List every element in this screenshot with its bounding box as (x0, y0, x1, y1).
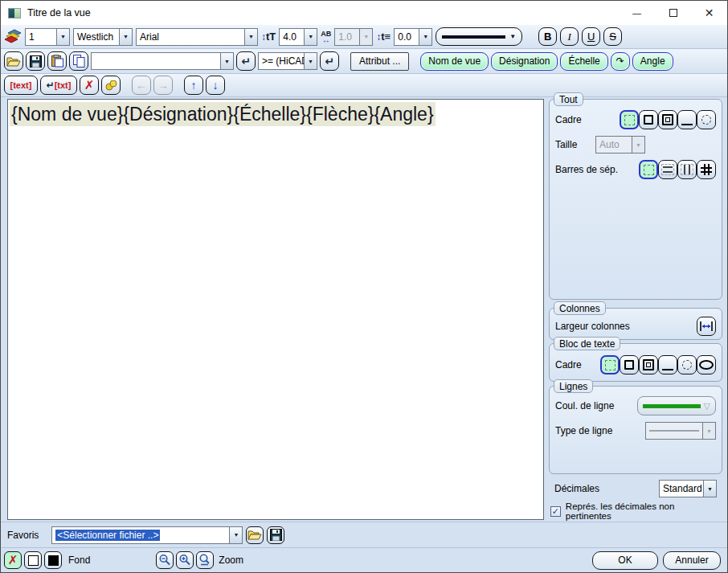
bloc-cadre-ellipse-button[interactable] (697, 355, 716, 374)
layer-select[interactable]: 1 ▼ (25, 28, 70, 46)
apply-condition-button[interactable]: ↵ (320, 51, 339, 71)
textblock-toolbar: [text] ↵[txt] ✗ ← → ↑ ↓ (1, 74, 727, 97)
bloc-cadre-circle-button[interactable] (677, 355, 697, 374)
save-button[interactable] (26, 51, 45, 71)
font-size-select[interactable]: 4.0 ▼ (279, 28, 317, 46)
favoris-select[interactable]: <Sélectionner fichier ..> ▼ (51, 526, 243, 544)
open-button[interactable] (4, 51, 23, 71)
chevron-down-icon: ▽ (704, 401, 710, 411)
dashed-circle-icon (682, 360, 692, 370)
chevron-down-icon: ▼ (229, 527, 242, 543)
favoris-row: Favoris <Sélectionner fichier ..> ▼ (1, 522, 727, 547)
text-block-button[interactable]: [text] (4, 76, 38, 95)
apply-attribute-button[interactable]: ↵ (236, 51, 256, 71)
editor-content[interactable]: {Nom de vue}{Désignation}{Échelle}{Flèch… (10, 102, 436, 126)
favoris-label: Favoris (7, 530, 39, 541)
echelle-button[interactable]: Échelle (560, 52, 607, 71)
ok-button[interactable]: OK (592, 551, 658, 570)
nom-de-vue-button[interactable]: Nom de vue (420, 52, 489, 71)
attribut-button[interactable]: Attribut ... (350, 52, 409, 71)
color-balls-button[interactable] (101, 76, 121, 95)
fond-black-button[interactable] (44, 551, 62, 569)
zoom-out-button[interactable] (156, 551, 174, 569)
tout-cadre-none-button[interactable] (620, 110, 639, 129)
bold-button[interactable]: B (538, 27, 557, 46)
group-tout-title: Tout (554, 92, 583, 106)
attribute-filter-select[interactable]: ▼ (91, 52, 234, 70)
tout-cadre-underline-button[interactable] (677, 110, 697, 129)
line-style-select[interactable]: ▼ (436, 27, 522, 46)
main-area: {Nom de vue}{Désignation}{Échelle}{Flèch… (1, 97, 727, 522)
floppy-icon (270, 529, 282, 541)
tout-cadre-double-box-button[interactable] (658, 110, 677, 129)
angle-button[interactable]: Angle (632, 52, 673, 71)
italic-button[interactable]: I (560, 27, 579, 46)
options-panel: Tout Cadre Taille Auto ▼ (549, 97, 722, 522)
line-spacing-select[interactable]: 0.0 ▼ (394, 28, 432, 46)
fond-white-button[interactable] (24, 551, 42, 569)
delete-button[interactable]: ✗ (80, 76, 99, 95)
minimize-button[interactable]: — (619, 1, 655, 25)
arrow-down-icon: ↓ (213, 79, 219, 92)
chevron-down-icon: ▼ (359, 29, 372, 45)
condition-select[interactable]: >= (HiCAD ▼ (258, 52, 317, 70)
tout-cadre-box-button[interactable] (639, 110, 658, 129)
largeur-colonnes-label: Largeur colonnes (555, 321, 697, 332)
bloc-cadre-double-box-button[interactable] (639, 355, 658, 374)
text-editor[interactable]: {Nom de vue}{Désignation}{Échelle}{Flèch… (7, 99, 544, 520)
fond-none-button[interactable]: ✗ (4, 551, 22, 569)
line-color-preview (643, 404, 701, 408)
copy-button[interactable] (69, 51, 88, 71)
app-icon (8, 8, 21, 18)
chevron-down-icon: ▼ (304, 53, 317, 69)
underline-button[interactable]: U (582, 27, 600, 46)
floppy-icon (30, 55, 42, 68)
bloc-cadre-underline-button[interactable] (658, 355, 677, 374)
char-spacing-icon: AB↔ (321, 31, 331, 43)
largeur-colonnes-button[interactable] (697, 317, 716, 336)
group-bloc-de-texte: Bloc de texte Cadre (549, 343, 722, 382)
line-type-preview (649, 430, 699, 432)
decimals-checkbox[interactable]: ✓ (550, 506, 561, 517)
paste-button[interactable] (47, 51, 67, 71)
favoris-save-button[interactable] (267, 526, 284, 544)
font-select[interactable]: Arial ▼ (136, 28, 258, 46)
zoom-fit-button[interactable] (196, 551, 214, 569)
line-color-select[interactable]: ▽ (637, 396, 716, 415)
cancel-button[interactable]: Annuler (663, 551, 721, 570)
sep-none-button[interactable] (639, 160, 658, 179)
white-swatch (28, 555, 39, 566)
check-icon: ✓ (552, 506, 559, 517)
tout-cadre-circle-button[interactable] (697, 110, 716, 129)
designation-button[interactable]: Désignation (491, 52, 558, 71)
encoding-select[interactable]: Westlich ▼ (73, 28, 133, 46)
zoom-label: Zoom (219, 555, 243, 566)
square-icon (624, 360, 634, 370)
sep-horizontal-button[interactable] (658, 160, 677, 179)
h-bars-icon (661, 164, 674, 175)
decimales-select[interactable]: Standard ▼ (659, 480, 717, 497)
cadre-label: Cadre (555, 114, 620, 125)
chevron-down-icon: ▼ (304, 29, 317, 45)
strikethrough-button[interactable]: S (603, 27, 622, 46)
line-style-preview (442, 35, 505, 39)
bloc-cadre-none-button[interactable] (600, 355, 620, 374)
zoom-in-button[interactable] (176, 551, 194, 569)
sep-vertical-button[interactable] (677, 160, 697, 179)
chevron-down-icon: ▼ (244, 29, 257, 45)
maximize-button[interactable] (655, 1, 691, 25)
insert-text-line-button[interactable]: ↵[txt] (40, 76, 77, 95)
title-bar: Titre de la vue — ✕ (1, 1, 727, 25)
type-ligne-label: Type de ligne (555, 425, 645, 436)
barres-label: Barres de sép. (555, 164, 639, 175)
fleche-button[interactable]: ↷ (611, 52, 630, 71)
zoom-in-icon (178, 554, 191, 567)
sep-grid-button[interactable] (697, 160, 716, 179)
close-button[interactable]: ✕ (691, 1, 727, 25)
move-down-button[interactable]: ↓ (206, 76, 225, 95)
double-square-icon (643, 359, 654, 370)
move-up-button[interactable]: ↑ (184, 76, 203, 95)
favoris-open-button[interactable] (246, 526, 264, 544)
taille-label: Taille (555, 139, 595, 150)
bloc-cadre-box-button[interactable] (620, 355, 639, 374)
